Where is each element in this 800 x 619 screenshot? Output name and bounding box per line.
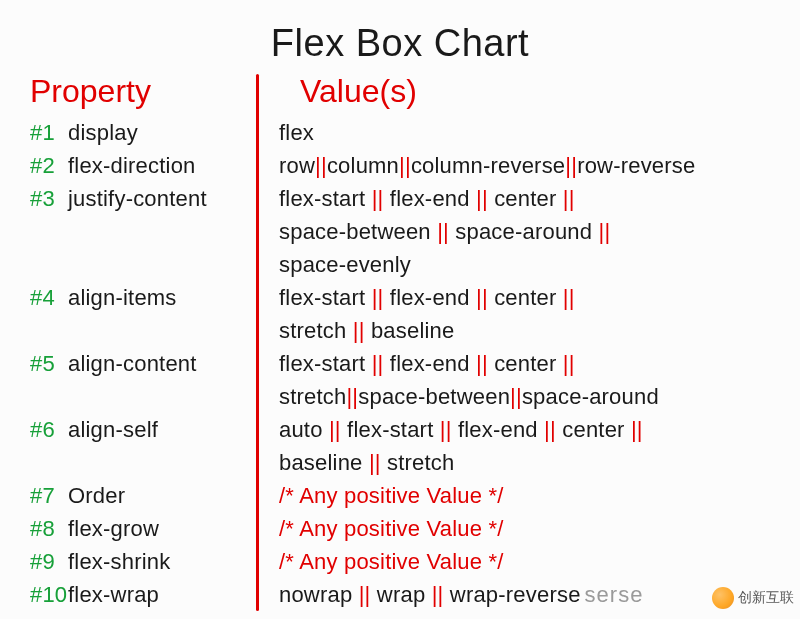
value-cell: row||column||column-reverse||row-reverse — [279, 149, 770, 182]
value-separator: || — [476, 351, 488, 376]
property-name: justify-content — [68, 182, 207, 215]
value-separator: || — [353, 318, 365, 343]
value-cell: flex-start || flex-end || center || — [279, 281, 770, 314]
value-separator: || — [563, 285, 575, 310]
row-number: #8 — [30, 512, 68, 545]
property-name: flex-grow — [68, 512, 159, 545]
value-cell: baseline || stretch — [279, 446, 770, 479]
value-cell: /* Any positive Value */ — [279, 512, 770, 545]
column-header-values: Value(s) — [256, 73, 770, 110]
column-header-property: Property — [30, 73, 256, 110]
value-separator: || — [599, 219, 611, 244]
value-separator: || — [437, 219, 449, 244]
value-separator: || — [631, 417, 643, 442]
property-value: column-reverse — [411, 153, 565, 178]
property-value: space-around — [455, 219, 592, 244]
row-number: #6 — [30, 413, 68, 446]
property-name: align-self — [68, 413, 158, 446]
property-value: flex-start — [347, 417, 433, 442]
property-value: center — [494, 351, 556, 376]
property-value: space-around — [522, 384, 659, 409]
property-value: row — [279, 153, 315, 178]
property-value: baseline — [279, 450, 363, 475]
table-row: #4align-items — [30, 281, 256, 314]
row-number: #7 — [30, 479, 68, 512]
table-row: #9flex-shrink — [30, 545, 256, 578]
value-separator: || — [315, 153, 327, 178]
table-row — [30, 380, 256, 413]
property-name: flex-shrink — [68, 545, 170, 578]
property-value: center — [562, 417, 624, 442]
truncated-suffix: serse — [585, 582, 644, 607]
value-cell: nowrap || wrap || wrap-reverseserse — [279, 578, 770, 611]
value-separator: || — [372, 351, 384, 376]
table-row: #3justify-content — [30, 182, 256, 215]
value-separator: || — [544, 417, 556, 442]
table-row: #8flex-grow — [30, 512, 256, 545]
property-value: wrap-reverse — [450, 582, 581, 607]
row-number: #1 — [30, 116, 68, 149]
chart-table: #1display#2flex-direction#3justify-conte… — [30, 116, 770, 611]
value-separator: || — [510, 384, 522, 409]
row-number: #2 — [30, 149, 68, 182]
table-row: #6align-self — [30, 413, 256, 446]
property-value: flex-end — [458, 417, 538, 442]
table-row — [30, 248, 256, 281]
property-value: space-evenly — [279, 252, 411, 277]
table-row — [30, 314, 256, 347]
value-separator: || — [432, 582, 444, 607]
table-row: #7Order — [30, 479, 256, 512]
property-value: flex — [279, 120, 314, 145]
property-comment: /* Any positive Value */ — [279, 516, 504, 541]
row-number: #4 — [30, 281, 68, 314]
table-row: #10flex-wrap — [30, 578, 256, 611]
property-value: flex-start — [279, 351, 365, 376]
value-cell: stretch||space-between||space-around — [279, 380, 770, 413]
value-cell: space-between || space-around || — [279, 215, 770, 248]
property-value: flex-end — [390, 285, 470, 310]
property-value: baseline — [371, 318, 455, 343]
property-name: align-content — [68, 347, 197, 380]
row-number: #3 — [30, 182, 68, 215]
property-value: center — [494, 285, 556, 310]
value-separator: || — [476, 186, 488, 211]
property-value: space-between — [358, 384, 510, 409]
property-value: flex-start — [279, 285, 365, 310]
value-separator: || — [372, 186, 384, 211]
value-separator: || — [563, 351, 575, 376]
row-number: #10 — [30, 578, 68, 611]
page-title: Flex Box Chart — [30, 22, 770, 65]
property-name: align-items — [68, 281, 177, 314]
property-value: flex-end — [390, 186, 470, 211]
property-value: stretch — [279, 384, 346, 409]
value-separator: || — [399, 153, 411, 178]
value-cell: flex-start || flex-end || center || — [279, 347, 770, 380]
property-name: flex-direction — [68, 149, 196, 182]
property-value: stretch — [279, 318, 346, 343]
property-value: wrap — [377, 582, 426, 607]
value-cell: /* Any positive Value */ — [279, 545, 770, 578]
value-separator: || — [329, 417, 341, 442]
property-comment: /* Any positive Value */ — [279, 549, 504, 574]
property-name: display — [68, 116, 138, 149]
value-cell: stretch || baseline — [279, 314, 770, 347]
table-row: #5align-content — [30, 347, 256, 380]
value-cell: /* Any positive Value */ — [279, 479, 770, 512]
value-separator: || — [476, 285, 488, 310]
property-value: column — [327, 153, 399, 178]
value-separator: || — [565, 153, 577, 178]
table-row: #2flex-direction — [30, 149, 256, 182]
property-value: auto — [279, 417, 323, 442]
value-separator: || — [346, 384, 358, 409]
value-separator: || — [440, 417, 452, 442]
property-value: row-reverse — [577, 153, 695, 178]
property-value: space-between — [279, 219, 431, 244]
value-cell: flex — [279, 116, 770, 149]
row-number: #5 — [30, 347, 68, 380]
watermark-text: 创新互联 — [738, 589, 794, 607]
value-cell: flex-start || flex-end || center || — [279, 182, 770, 215]
property-value: stretch — [387, 450, 454, 475]
table-row — [30, 215, 256, 248]
row-number: #9 — [30, 545, 68, 578]
table-row — [30, 446, 256, 479]
